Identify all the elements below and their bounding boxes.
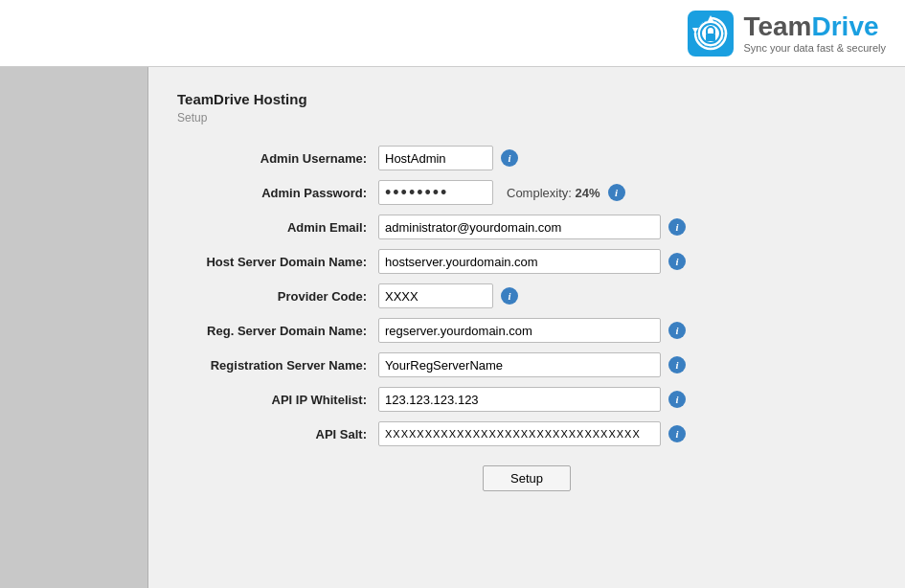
complexity-value: 24%: [576, 186, 600, 200]
button-row: Setup: [177, 465, 876, 491]
info-icon-api-salt[interactable]: i: [668, 425, 686, 442]
svg-rect-3: [706, 34, 715, 41]
teamdrive-logo-icon: [688, 11, 734, 57]
form-row-host-server-domain: Host Server Domain Name: i: [177, 249, 876, 274]
logo-team: Team: [743, 11, 811, 41]
input-wrapper-admin-email: i: [378, 215, 876, 239]
provider-code-input[interactable]: [378, 283, 493, 308]
info-icon-api-ip-whitelist[interactable]: i: [668, 391, 686, 408]
logo-name: TeamDrive: [743, 13, 878, 40]
label-admin-email: Admin Email:: [177, 220, 378, 235]
info-icon-registration-server-name[interactable]: i: [668, 356, 686, 373]
form-row-admin-password: Admin Password: •••••••• Complexity: 24%…: [177, 180, 876, 205]
info-icon-host-server-domain[interactable]: i: [668, 253, 686, 270]
host-server-domain-input[interactable]: [378, 249, 661, 274]
sidebar: [0, 67, 148, 588]
input-wrapper-api-salt: i: [378, 421, 876, 446]
info-icon-admin-password[interactable]: i: [608, 184, 625, 201]
input-wrapper-admin-password: •••••••• Complexity: 24% i: [378, 180, 876, 205]
form-row-api-ip-whitelist: API IP Whitelist: i: [177, 387, 876, 412]
api-salt-input[interactable]: [378, 421, 661, 446]
input-wrapper-host-server-domain: i: [378, 249, 876, 274]
info-icon-reg-server-domain[interactable]: i: [668, 322, 686, 339]
form-row-api-salt: API Salt: i: [177, 421, 876, 446]
api-ip-whitelist-input[interactable]: [378, 387, 661, 412]
label-admin-password: Admin Password:: [177, 186, 378, 200]
label-reg-server-domain: Reg. Server Domain Name:: [177, 324, 378, 338]
setup-form: Admin Username: i Admin Password: ••••••…: [177, 146, 876, 446]
admin-username-input[interactable]: [378, 146, 493, 170]
form-row-reg-server-domain: Reg. Server Domain Name: i: [177, 318, 876, 343]
logo: TeamDrive Sync your data fast & securely: [688, 11, 886, 57]
registration-server-name-input[interactable]: [378, 352, 661, 377]
page-subtitle: Setup: [177, 111, 876, 124]
label-api-ip-whitelist: API IP Whitelist:: [177, 393, 378, 407]
admin-email-input[interactable]: [378, 215, 661, 239]
form-row-admin-username: Admin Username: i: [177, 146, 876, 170]
reg-server-domain-input[interactable]: [378, 318, 661, 343]
logo-tagline: Sync your data fast & securely: [743, 42, 886, 54]
label-registration-server-name: Registration Server Name:: [177, 358, 378, 373]
info-icon-provider-code[interactable]: i: [501, 287, 518, 305]
password-dots: ••••••••: [385, 183, 448, 203]
logo-text: TeamDrive Sync your data fast & securely: [743, 13, 886, 54]
form-row-provider-code: Provider Code: i: [177, 283, 876, 308]
complexity-text: Complexity: 24%: [507, 186, 600, 200]
setup-button[interactable]: Setup: [483, 465, 571, 491]
info-icon-admin-username[interactable]: i: [501, 149, 518, 167]
label-host-server-domain: Host Server Domain Name:: [177, 255, 378, 269]
form-row-registration-server-name: Registration Server Name: i: [177, 352, 876, 377]
label-admin-username: Admin Username:: [177, 151, 378, 166]
logo-drive: Drive: [812, 11, 879, 41]
page-title: TeamDrive Hosting: [177, 91, 876, 107]
admin-password-display: ••••••••: [378, 180, 493, 205]
label-provider-code: Provider Code:: [177, 289, 378, 304]
content-area: TeamDrive Hosting Setup Admin Username: …: [148, 67, 905, 588]
main-body: TeamDrive Hosting Setup Admin Username: …: [0, 67, 905, 588]
input-wrapper-registration-server-name: i: [378, 352, 876, 377]
label-api-salt: API Salt:: [177, 427, 378, 441]
input-wrapper-admin-username: i: [378, 146, 876, 170]
input-wrapper-api-ip-whitelist: i: [378, 387, 876, 412]
input-wrapper-reg-server-domain: i: [378, 318, 876, 343]
input-wrapper-provider-code: i: [378, 283, 876, 308]
header: TeamDrive Sync your data fast & securely: [0, 0, 905, 67]
info-icon-admin-email[interactable]: i: [668, 218, 686, 236]
form-row-admin-email: Admin Email: i: [177, 215, 876, 239]
